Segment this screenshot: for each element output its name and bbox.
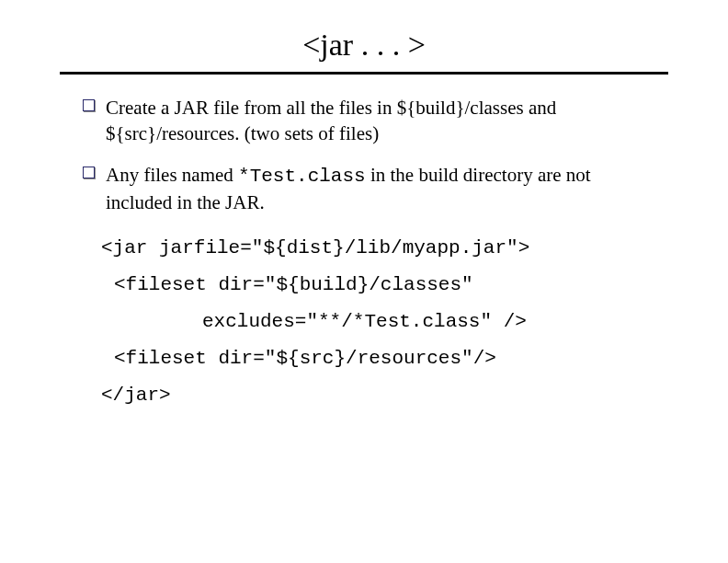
bullet-box-icon xyxy=(83,99,95,111)
bullet-item: Any files named *Test.class in the build… xyxy=(83,162,645,216)
slide-body: Create a JAR file from all the files in … xyxy=(0,95,728,414)
title-divider xyxy=(60,72,668,75)
code-block: <jar jarfile="${dist}/lib/myapp.jar"> <f… xyxy=(101,230,645,413)
code-line: <fileset dir="${src}/resources"/> xyxy=(101,340,645,377)
slide-title: <jar . . . > xyxy=(0,28,728,63)
bullet-text: Create a JAR file from all the files in … xyxy=(106,95,645,147)
code-line: </jar> xyxy=(101,377,645,414)
code-line: <jar jarfile="${dist}/lib/myapp.jar"> xyxy=(101,230,645,267)
bullet-box-icon xyxy=(83,167,95,178)
bullet-item: Create a JAR file from all the files in … xyxy=(83,95,645,147)
code-line: excludes="**/*Test.class" /> xyxy=(101,304,645,340)
code-line: <fileset dir="${build}/classes" xyxy=(101,267,645,304)
bullet-text: Any files named *Test.class in the build… xyxy=(106,162,645,216)
